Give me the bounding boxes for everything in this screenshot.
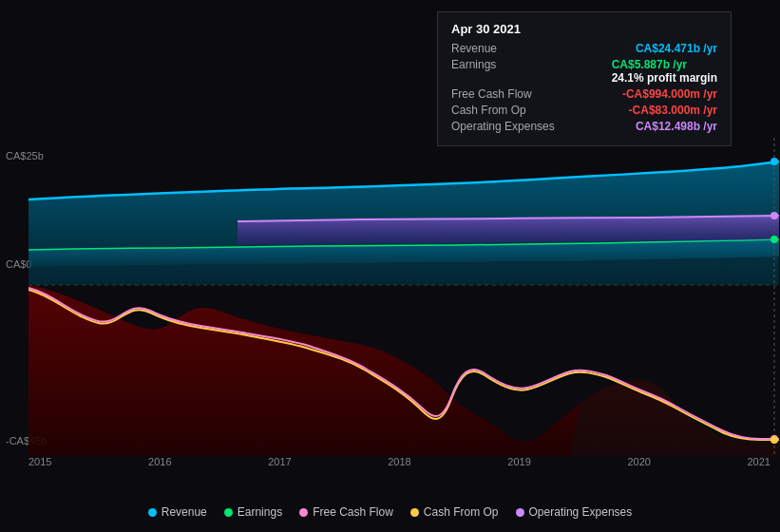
svg-point-2 (770, 158, 778, 165)
earnings-block: CA$5.887b /yr 24.1% profit margin (612, 58, 717, 85)
legend-dot-revenue (148, 508, 157, 517)
tooltip-value-fcf: -CA$994.000m /yr (622, 87, 717, 101)
svg-point-3 (770, 212, 778, 219)
x-label-2017: 2017 (268, 456, 291, 467)
tooltip-label-revenue: Revenue (451, 42, 556, 55)
x-label-2016: 2016 (148, 456, 171, 467)
tooltip-title: Apr 30 2021 (451, 22, 717, 36)
x-label-2018: 2018 (388, 456, 410, 467)
legend-label-cashfromop: Cash From Op (424, 505, 499, 519)
profit-margin: 24.1% profit margin (612, 71, 717, 85)
x-label-2019: 2019 (507, 456, 530, 467)
x-label-2021: 2021 (747, 456, 770, 467)
tooltip-row-earnings: Earnings CA$5.887b /yr 24.1% profit marg… (451, 58, 717, 85)
tooltip-value-opex: CA$12.498b /yr (636, 120, 717, 133)
main-chart (29, 138, 779, 456)
tooltip-value-cashfromop: -CA$83.000m /yr (629, 104, 717, 117)
tooltip-label-cashfromop: Cash From Op (451, 104, 556, 117)
legend-dot-opex (516, 508, 524, 517)
tooltip-label-opex: Operating Expenses (451, 120, 556, 133)
tooltip-row-fcf: Free Cash Flow -CA$994.000m /yr (451, 87, 717, 101)
tooltip-row-revenue: Revenue CA$24.471b /yr (451, 42, 717, 55)
tooltip-value-revenue: CA$24.471b /yr (636, 42, 717, 55)
legend-label-opex: Operating Expenses (529, 505, 633, 519)
legend-dot-cashfromop (410, 508, 419, 517)
x-label-2015: 2015 (29, 456, 51, 467)
legend: Revenue Earnings Free Cash Flow Cash Fro… (0, 505, 780, 519)
chart-container: Apr 30 2021 Revenue CA$24.471b /yr Earni… (0, 0, 780, 532)
tooltip-label-fcf: Free Cash Flow (451, 87, 556, 101)
tooltip-value-earnings: CA$5.887b /yr (612, 58, 717, 71)
svg-point-4 (770, 236, 778, 243)
tooltip-row-opex: Operating Expenses CA$12.498b /yr (451, 120, 717, 133)
tooltip-label-earnings: Earnings (451, 58, 556, 71)
x-labels: 2015 2016 2017 2018 2019 2020 2021 (29, 456, 770, 467)
svg-point-6 (770, 436, 778, 444)
legend-item-revenue[interactable]: Revenue (148, 505, 207, 519)
legend-dot-earnings (224, 508, 233, 517)
legend-label-fcf: Free Cash Flow (313, 505, 393, 519)
legend-label-earnings: Earnings (238, 505, 282, 519)
legend-dot-fcf (299, 508, 308, 517)
tooltip: Apr 30 2021 Revenue CA$24.471b /yr Earni… (437, 11, 732, 146)
tooltip-row-cashfromop: Cash From Op -CA$83.000m /yr (451, 104, 717, 117)
legend-item-earnings[interactable]: Earnings (224, 505, 282, 519)
legend-label-revenue: Revenue (162, 505, 207, 519)
legend-item-opex[interactable]: Operating Expenses (516, 505, 633, 519)
legend-item-fcf[interactable]: Free Cash Flow (299, 505, 393, 519)
legend-item-cashfromop[interactable]: Cash From Op (410, 505, 499, 519)
x-label-2020: 2020 (627, 456, 650, 467)
